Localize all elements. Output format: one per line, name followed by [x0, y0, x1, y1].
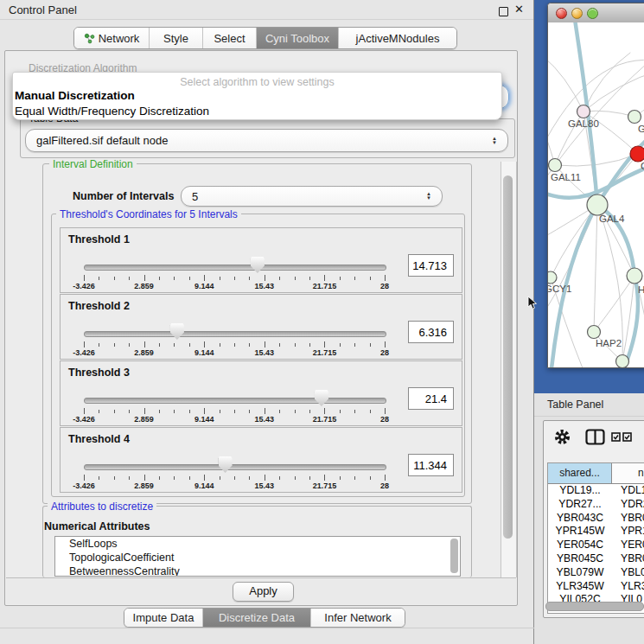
- tick-mark: [159, 277, 160, 280]
- slider-track[interactable]: [84, 265, 386, 271]
- slider-track[interactable]: [84, 398, 386, 404]
- tick-label: 28: [380, 481, 389, 490]
- gear-icon[interactable]: [554, 429, 571, 445]
- network-edge: [548, 60, 644, 152]
- zoom-traffic-light-icon[interactable]: [587, 8, 598, 19]
- tick-label: 9.144: [194, 348, 214, 357]
- close-traffic-light-icon[interactable]: [556, 8, 567, 19]
- table-row[interactable]: YDR27...YDR2: [548, 498, 644, 512]
- tick-mark: [309, 410, 310, 413]
- tick-label: 9.144: [194, 282, 214, 290]
- tab-infer-network[interactable]: Infer Network: [311, 609, 405, 627]
- tick-label: 28: [380, 348, 389, 357]
- tick-mark: [324, 408, 325, 414]
- algorithm-popup: Select algorithm to view settings Manual…: [12, 72, 502, 120]
- tick-mark: [174, 343, 175, 347]
- network-node-GAL4[interactable]: [587, 194, 608, 215]
- attribute-list-item[interactable]: SelfLoops: [55, 537, 460, 551]
- float-window-icon[interactable]: [499, 7, 508, 16]
- cell-name: YBR0: [612, 512, 644, 526]
- algorithm-option[interactable]: Manual Discretization: [13, 88, 501, 104]
- table-row[interactable]: YLR345WYLR3: [548, 580, 644, 594]
- table-data-combobox[interactable]: galFiltered.sif default node ▲▼: [25, 129, 508, 152]
- tick-label: 2.859: [134, 415, 154, 424]
- cyni-toolbox-panel: Discretization Algorithm ▲▼ Table Data g…: [4, 50, 518, 606]
- checked-box-icon[interactable]: [611, 432, 621, 442]
- network-node-GAL11[interactable]: [549, 159, 562, 172]
- table-hscrollbar-thumb[interactable]: [545, 602, 644, 611]
- tab-impute-data[interactable]: Impute Data: [124, 609, 203, 627]
- slider-track[interactable]: [84, 464, 386, 470]
- tick-mark: [295, 343, 296, 347]
- network-node-HAP2[interactable]: [588, 326, 601, 339]
- table-row[interactable]: YBR043CYBR0: [548, 512, 644, 526]
- tick-mark: [354, 476, 355, 480]
- node-table[interactable]: shared... n YDL19...YDL1YDR27...YDR2YBR0…: [547, 462, 644, 614]
- network-node-H[interactable]: [627, 268, 642, 284]
- network-node[interactable]: [616, 355, 629, 368]
- slider-thumb[interactable]: [219, 456, 233, 473]
- split-columns-icon[interactable]: [585, 429, 605, 445]
- table-row[interactable]: YER054CYER0: [548, 539, 644, 552]
- number-of-intervals-combobox[interactable]: 5 ▲▼: [181, 186, 443, 207]
- tab-jactivemnodules[interactable]: jActiveMNodules: [339, 28, 456, 48]
- attribute-list-item[interactable]: TopologicalCoefficient: [55, 551, 460, 564]
- network-node-GAL80[interactable]: [577, 105, 590, 118]
- tick-mark: [129, 343, 130, 347]
- slider-track[interactable]: [84, 331, 386, 337]
- tick-mark: [234, 343, 235, 347]
- network-view-window: GAL80GACGAL11GAL4GCY1HHAP2: [547, 3, 644, 368]
- network-node-label: GA: [638, 124, 644, 134]
- tick-label: 15.43: [255, 348, 275, 357]
- tick-label: -3.426: [73, 282, 95, 290]
- threshold-value-field[interactable]: 21.4: [408, 387, 454, 410]
- tick-mark: [385, 275, 386, 281]
- close-icon[interactable]: ✕: [514, 3, 524, 16]
- mouse-cursor: [527, 296, 538, 310]
- network-node-GCY1[interactable]: [548, 271, 557, 284]
- apply-button[interactable]: Apply: [233, 582, 294, 602]
- table-row[interactable]: YDL19...YDL1: [548, 484, 644, 498]
- tick-mark: [265, 475, 265, 481]
- checked-box-icon[interactable]: [622, 432, 632, 442]
- cell-name: YLR3: [612, 580, 644, 594]
- tick-mark: [220, 277, 220, 280]
- table-header-row: shared... n: [548, 463, 644, 484]
- cell-shared-name: YLR345W: [548, 580, 612, 594]
- screen: Control Panel ✕ NetworkStyleSelectCyni T…: [0, 0, 644, 644]
- tab-cyni-toolbox[interactable]: Cyni Toolbox: [257, 28, 339, 48]
- network-canvas[interactable]: GAL80GACGAL11GAL4GCY1HHAP2: [548, 22, 644, 367]
- network-node-C[interactable]: [630, 146, 644, 162]
- tab-discretize-data[interactable]: Discretize Data: [203, 609, 311, 627]
- list-scrollbar-thumb[interactable]: [450, 539, 458, 573]
- table-row[interactable]: YPR145WYPR1: [548, 525, 644, 539]
- tick-label: 2.859: [134, 481, 154, 490]
- table-row[interactable]: YBL079WYBL0: [548, 566, 644, 580]
- tick-mark: [220, 476, 220, 480]
- panel-scrollbar-thumb[interactable]: [503, 175, 513, 539]
- tick-mark: [249, 343, 250, 347]
- bottom-tab-bar: Impute DataDiscretize DataInfer Network: [124, 608, 405, 628]
- numerical-attributes-list[interactable]: SelfLoopsTopologicalCoefficientBetweenne…: [54, 536, 461, 577]
- algorithm-option[interactable]: Equal Width/Frequency Discretization: [13, 104, 501, 119]
- table-row[interactable]: YBR045CYBR0: [548, 552, 644, 566]
- network-node-label: C: [641, 161, 644, 171]
- slider-thumb[interactable]: [170, 323, 184, 340]
- slider-thumb[interactable]: [251, 257, 265, 273]
- column-header-name[interactable]: n: [612, 463, 644, 483]
- attribute-list-item[interactable]: BetweennessCentrality: [55, 564, 460, 577]
- cell-shared-name: YER054C: [548, 539, 612, 552]
- panel-scrollbar[interactable]: [501, 162, 517, 577]
- threshold-value-field[interactable]: 14.713: [408, 254, 454, 277]
- network-node-GA[interactable]: [628, 111, 641, 124]
- minimize-traffic-light-icon[interactable]: [571, 8, 583, 19]
- cell-shared-name: YDL19...: [548, 484, 612, 498]
- tab-network[interactable]: Network: [74, 28, 150, 48]
- column-header-shared-name[interactable]: shared...: [548, 463, 612, 483]
- threshold-value-field[interactable]: 6.316: [408, 321, 454, 343]
- tab-select[interactable]: Select: [203, 28, 257, 48]
- slider-thumb[interactable]: [315, 390, 328, 406]
- tab-style[interactable]: Style: [150, 28, 203, 48]
- threshold-value-field[interactable]: 11.344: [408, 454, 454, 476]
- tick-mark: [234, 410, 235, 413]
